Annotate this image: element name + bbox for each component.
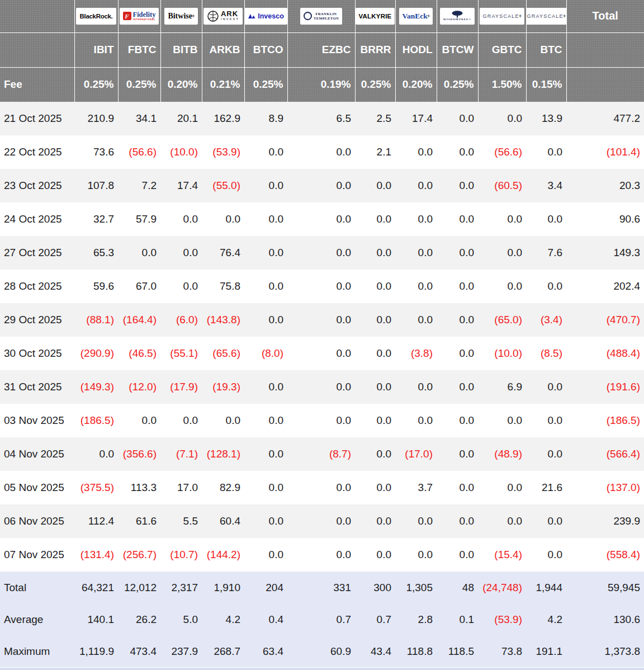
value-cell: (191.6): [566, 370, 644, 404]
value-cell: 0.0: [437, 102, 478, 135]
value-cell: 0.0: [526, 538, 566, 572]
col-wisdomtree: WISDOMTREE®: [437, 0, 478, 32]
value-cell: 0.0: [437, 370, 478, 404]
fee-row: Fee0.25%0.25%0.20%0.21%0.25%0.19%0.25%0.…: [0, 67, 644, 102]
etf-flow-table-page: BlackRock. FFidelityINTERNATIONAL Bitwis…: [0, 0, 644, 670]
date-cell: 28 Oct 2025: [0, 270, 74, 303]
value-cell: 0.0: [437, 236, 478, 270]
value-cell: (566.4): [566, 437, 644, 471]
ticker-total-spacer: [566, 32, 644, 67]
value-cell: 0.0: [395, 404, 437, 437]
fidelity-logo: FFidelityINTERNATIONAL: [120, 8, 159, 25]
value-cell: 57.9: [118, 202, 160, 236]
value-cell: 0.0: [395, 169, 437, 202]
grayscale-wordmark: GRAYSCALE: [527, 13, 564, 19]
value-cell: 0.0: [526, 270, 566, 303]
value-cell: 0.0: [526, 437, 566, 471]
value-cell: (8.7): [287, 437, 355, 471]
fee-cell: 0.25%: [244, 67, 287, 102]
value-cell: 82.9: [202, 471, 244, 504]
date-cell: 07 Nov 2025: [0, 538, 74, 572]
value-cell: 0.0: [244, 236, 287, 270]
value-cell: 2.1: [355, 135, 395, 169]
value-cell: (19.3): [202, 370, 244, 404]
invesco-wordmark: Invesco: [258, 12, 284, 20]
value-cell: (7.1): [160, 437, 202, 471]
col-fidelity: FFidelityINTERNATIONAL: [118, 0, 160, 32]
value-cell: 0.0: [526, 370, 566, 404]
value-cell: 0.0: [437, 135, 478, 169]
etf-flow-table: BlackRock. FFidelityINTERNATIONAL Bitwis…: [0, 0, 644, 667]
ticker-header-row: IBITFBTCBITBARKBBTCOEZBCBRRRHODLBTCWGBTC…: [0, 32, 644, 67]
value-cell: 0.0: [395, 370, 437, 404]
ticker-cell-hodl: HODL: [395, 32, 437, 67]
summary-value-cell: 331: [287, 572, 355, 603]
value-cell: 32.7: [74, 202, 118, 236]
value-cell: 7.2: [118, 169, 160, 202]
ticker-cell-bitb: BITB: [160, 32, 202, 67]
fidelity-subtext: INTERNATIONAL: [133, 18, 156, 21]
date-column-header: [0, 32, 74, 67]
summary-label-cell: Total: [0, 572, 74, 603]
value-cell: 0.0: [478, 102, 526, 135]
value-cell: (375.5): [74, 471, 118, 504]
value-cell: (10.7): [160, 538, 202, 572]
summary-row: Average140.126.25.04.20.40.70.72.80.1(53…: [0, 603, 644, 635]
value-cell: 112.4: [74, 504, 118, 538]
value-cell: 0.0: [437, 270, 478, 303]
daily-flows-body: 21 Oct 2025210.934.120.1162.98.96.52.517…: [0, 102, 644, 572]
fee-cell: 0.25%: [118, 67, 160, 102]
value-cell: 13.9: [526, 102, 566, 135]
value-cell: (6.0): [160, 303, 202, 337]
fee-cell: 0.20%: [395, 67, 437, 102]
fee-total-spacer: [566, 67, 644, 102]
fee-row-label: Fee: [0, 67, 74, 102]
registered-mark: ®: [519, 15, 522, 18]
registered-mark: ®: [192, 15, 195, 18]
franklin-templeton-logo: FRANKLINTEMPLETON: [300, 8, 342, 25]
value-cell: 20.1: [160, 102, 202, 135]
col-bitwise: Bitwise®: [160, 0, 202, 32]
value-cell: 0.0: [244, 538, 287, 572]
value-cell: 0.0: [355, 437, 395, 471]
summary-value-cell: 0.7: [287, 603, 355, 635]
table-row: 24 Oct 202532.757.90.00.00.00.00.00.00.0…: [0, 202, 644, 236]
date-cell: 22 Oct 2025: [0, 135, 74, 169]
registered-mark: ®: [428, 15, 430, 18]
value-cell: 0.0: [287, 202, 355, 236]
value-cell: 34.1: [118, 102, 160, 135]
summary-value-cell: 0.1: [437, 603, 478, 635]
valkyrie-wordmark: VALKYRIE: [359, 13, 392, 20]
value-cell: 0.0: [395, 135, 437, 169]
value-cell: 0.0: [355, 202, 395, 236]
value-cell: 3.4: [526, 169, 566, 202]
value-cell: 0.0: [395, 236, 437, 270]
value-cell: (558.4): [566, 538, 644, 572]
value-cell: 0.0: [355, 370, 395, 404]
date-cell: 30 Oct 2025: [0, 337, 74, 370]
ark-wordmark: ARK: [221, 11, 238, 17]
value-cell: 0.0: [244, 303, 287, 337]
table-row: 30 Oct 2025(290.9)(46.5)(55.1)(65.6)(8.0…: [0, 337, 644, 370]
summary-value-cell: 130.6: [566, 603, 644, 635]
value-cell: 0.0: [395, 270, 437, 303]
table-row: 29 Oct 2025(88.1)(164.4)(6.0)(143.8)0.00…: [0, 303, 644, 337]
franklin-wordmark-line2: TEMPLETON: [314, 16, 339, 21]
fee-cell: 0.20%: [160, 67, 202, 102]
value-cell: (55.1): [160, 337, 202, 370]
value-cell: 0.0: [160, 202, 202, 236]
summary-value-cell: 5.0: [160, 603, 202, 635]
value-cell: 0.0: [287, 337, 355, 370]
value-cell: 6.5: [287, 102, 355, 135]
date-cell: 23 Oct 2025: [0, 169, 74, 202]
value-cell: (3.8): [395, 337, 437, 370]
value-cell: 17.0: [160, 471, 202, 504]
table-row: 03 Nov 2025(186.5)0.00.00.00.00.00.00.00…: [0, 404, 644, 437]
value-cell: (17.9): [160, 370, 202, 404]
value-cell: 0.0: [287, 236, 355, 270]
summary-value-cell: 59,945: [566, 572, 644, 603]
value-cell: 0.0: [395, 538, 437, 572]
value-cell: 17.4: [395, 102, 437, 135]
value-cell: 0.0: [244, 169, 287, 202]
date-cell: 24 Oct 2025: [0, 202, 74, 236]
